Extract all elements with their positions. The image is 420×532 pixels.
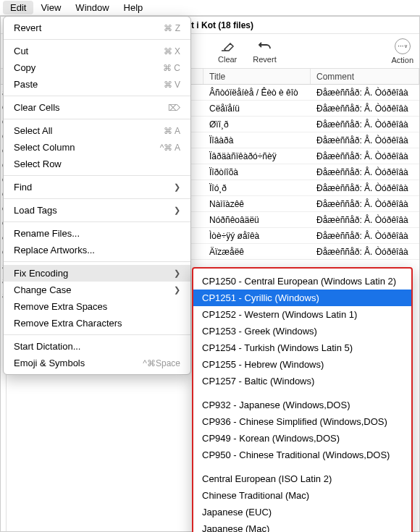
menubar-item-window[interactable]: Window	[68, 1, 116, 14]
menu-item-label: Remove Extra Characters	[14, 318, 122, 329]
menu-separator	[4, 96, 190, 96]
menu-item-fix-encoding[interactable]: Fix Encoding❯	[4, 265, 190, 282]
menu-item-select-row[interactable]: Select Row	[4, 156, 190, 172]
row-title: Cëåïåíü	[203, 102, 311, 115]
menu-separator	[4, 221, 190, 222]
menu-item-find[interactable]: Find❯	[4, 179, 190, 195]
row-comment: Ðåæèññåð: Å. Òóðêîâà	[311, 86, 419, 99]
row-title: Nàìïàzêê	[203, 198, 311, 211]
toolbar-clear[interactable]: Clear	[218, 39, 237, 64]
row-title: Øïî¸ð	[203, 118, 311, 131]
shortcut: ⌘ C	[163, 63, 180, 73]
row-title: Ïîâàðà	[203, 134, 311, 147]
menu-item-label: Find	[14, 182, 32, 193]
eraser-icon	[220, 39, 235, 54]
encoding-option[interactable]: CP1250 - Central European (Windows Latin…	[193, 273, 411, 290]
menu-item-label: Rename Files...	[14, 228, 80, 239]
menu-item-cut[interactable]: Cut⌘ X	[4, 43, 190, 59]
menu-item-start-dictation[interactable]: Start Dictation...	[4, 338, 190, 355]
menu-item-select-column[interactable]: Select Column^⌘ A	[4, 139, 190, 156]
encoding-option[interactable]: CP949 - Korean (Windows,DOS)	[193, 430, 411, 447]
row-title: Äïzæåëê	[203, 245, 311, 258]
menu-separator	[4, 119, 190, 119]
encoding-option[interactable]: CP1252 - Western (Windows Latin 1)	[193, 306, 411, 323]
menu-item-remove-extra-spaces[interactable]: Remove Extra Spaces	[4, 298, 190, 315]
row-title: Ïîðòíîõà	[203, 166, 311, 179]
row-comment: Ðåæèññåð: Å. Òóðêîâà	[311, 198, 419, 211]
menu-item-rename-files[interactable]: Rename Files...	[4, 225, 190, 242]
encoding-option[interactable]: Japanese (EUC)	[193, 504, 411, 520]
shortcut: ⌘ V	[164, 80, 180, 90]
toolbar-revert[interactable]: Revert	[253, 39, 276, 64]
menu-item-change-case[interactable]: Change Case❯	[4, 282, 190, 298]
menu-separator	[4, 39, 190, 40]
encoding-option[interactable]: Chinese Traditional (Mac)	[193, 487, 411, 504]
menu-separator	[4, 198, 190, 199]
action-icon: ···v	[395, 38, 411, 54]
row-comment: Ðåæèññåð: Å. Òóðêîâà	[311, 134, 419, 147]
menu-item-label: Remove Extra Spaces	[14, 301, 107, 312]
toolbar-action[interactable]: ···v Action	[391, 38, 413, 64]
menu-item-label: Start Dictation...	[14, 341, 80, 352]
th-title[interactable]: Title	[203, 69, 311, 84]
row-title: Âñòóïëåíèå / Êèò è êîò	[203, 86, 311, 99]
row-comment: Ðåæèññåð: Å. Òóðêîâà	[311, 229, 419, 242]
shortcut: ⌦	[168, 103, 180, 113]
menu-item-label: Select Column	[14, 142, 75, 153]
menu-item-label: Select Row	[14, 159, 62, 169]
menu-item-label: Replace Artworks...	[14, 245, 95, 256]
shortcut: ^⌘ A	[160, 143, 180, 153]
shortcut: ⌘ X	[164, 46, 180, 56]
encoding-option[interactable]: CP1255 - Hebrew (Windows)	[193, 356, 411, 373]
encoding-option[interactable]: CP1251 - Cyrillic (Windows)	[193, 290, 411, 306]
menubar-item-help[interactable]: Help	[117, 1, 151, 14]
menu-item-label: Revert	[14, 22, 41, 33]
row-comment: Ðåæèññåð: Å. Òóðêîâà	[311, 214, 419, 227]
menu-item-label: Change Case	[14, 284, 72, 295]
menu-item-label: Load Tags	[14, 205, 57, 216]
chevron-right-icon: ❯	[174, 285, 180, 295]
menubar-item-edit[interactable]: Edit	[3, 1, 33, 14]
row-comment: Ðåæèññåð: Å. Òóðêîâà	[311, 245, 419, 258]
th-comment[interactable]: Comment	[311, 69, 419, 84]
menu-item-revert[interactable]: Revert⌘ Z	[4, 20, 190, 36]
row-title: Ïâðäàñïêàðó÷ñèÿ	[203, 150, 311, 163]
chevron-right-icon: ❯	[174, 206, 180, 215]
row-comment: Ðåæèññåð: Å. Òóðêîâà	[311, 118, 419, 131]
menu-item-clear-cells[interactable]: Clear Cells⌦	[4, 99, 190, 116]
chevron-right-icon: ❯	[174, 269, 180, 278]
menu-item-emoji-symbols[interactable]: Emoji & Symbols^⌘Space	[4, 355, 190, 371]
row-title: Ïîó¸ð	[203, 182, 311, 195]
encoding-option[interactable]: Japanese (Mac)	[193, 520, 411, 532]
encoding-option[interactable]: CP936 - Chinese Simplified (Windows,DOS)	[193, 413, 411, 430]
menu-item-select-all[interactable]: Select All⌘ A	[4, 122, 190, 139]
menu-item-label: Cut	[14, 46, 28, 56]
shortcut: ⌘ Z	[164, 23, 180, 33]
menu-separator	[4, 261, 190, 262]
encoding-option[interactable]: CP950 - Chinese Traditional (Windows,DOS…	[193, 447, 411, 463]
menubar-item-view[interactable]: View	[33, 1, 68, 14]
row-title: Ìòè÷ÿý øåîêà	[203, 229, 311, 242]
menu-separator	[4, 175, 190, 176]
shortcut: ^⌘Space	[143, 358, 180, 368]
encoding-option[interactable]: Central European (ISO Latin 2)	[193, 470, 411, 487]
menu-item-remove-extra-characters[interactable]: Remove Extra Characters	[4, 315, 190, 332]
encoding-option[interactable]: CP1257 - Baltic (Windows)	[193, 373, 411, 389]
encoding-option[interactable]: CP1253 - Greek (Windows)	[193, 323, 411, 339]
menu-item-replace-artworks[interactable]: Replace Artworks...	[4, 242, 190, 258]
encoding-option[interactable]: CP1254 - Turkish (Windows Latin 5)	[193, 339, 411, 356]
edit-menu: Revert⌘ ZCut⌘ XCopy⌘ CPaste⌘ VClear Cell…	[3, 16, 191, 375]
row-title: Nóðñêoâäëü	[203, 214, 311, 227]
row-comment: Ðåæèññåð: Å. Òóðêîâà	[311, 102, 419, 115]
encoding-option[interactable]: CP932 - Japanese (Windows,DOS)	[193, 397, 411, 413]
menu-item-copy[interactable]: Copy⌘ C	[4, 59, 190, 76]
window-title: Kit i Kot (18 files)	[182, 20, 253, 30]
menu-item-label: Clear Cells	[14, 102, 60, 113]
menu-item-paste[interactable]: Paste⌘ V	[4, 76, 190, 93]
menu-item-load-tags[interactable]: Load Tags❯	[4, 202, 190, 219]
row-comment: Ðåæèññåð: Å. Òóðêîâà	[311, 150, 419, 163]
menubar: Edit View Window Help	[0, 0, 420, 16]
row-comment: Ðåæèññåð: Å. Òóðêîâà	[311, 182, 419, 195]
toolbar-action-label: Action	[391, 56, 413, 64]
fix-encoding-submenu: CP1250 - Central European (Windows Latin…	[192, 267, 413, 532]
